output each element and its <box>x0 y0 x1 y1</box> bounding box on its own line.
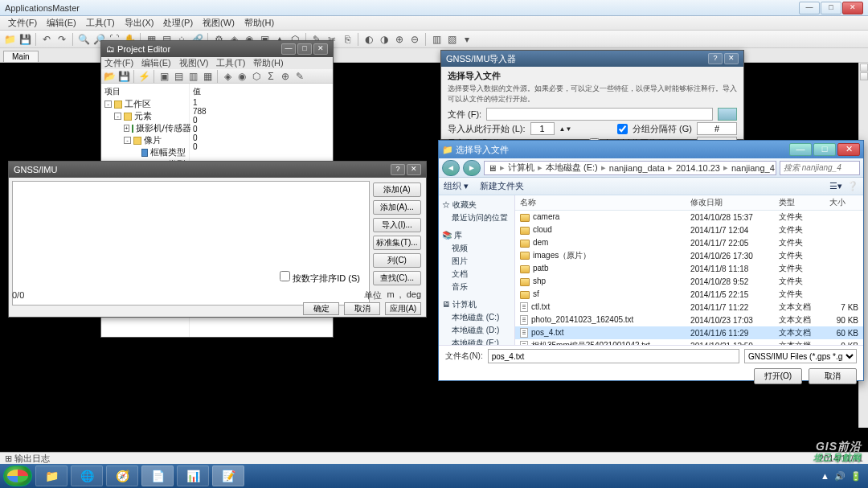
taskbar-item[interactable]: 📁 <box>35 465 68 486</box>
col-type[interactable]: 类型 <box>774 195 825 211</box>
menu-item[interactable]: 编辑(E) <box>141 57 171 69</box>
minimize-button[interactable]: — <box>281 43 296 55</box>
new-folder-button[interactable]: 新建文件夹 <box>480 180 524 192</box>
file-row[interactable]: pos_4.txt2014/11/6 11:29文本文档60 KB <box>515 326 863 339</box>
tool-icon[interactable]: ⎘ <box>341 33 354 46</box>
apply-button[interactable]: 应用(A) <box>385 302 421 315</box>
browse-button[interactable] <box>718 108 737 121</box>
group-sep-input[interactable] <box>697 122 737 135</box>
open-icon[interactable]: 📂 <box>103 70 116 83</box>
bolt-icon[interactable]: ⚡ <box>137 70 150 83</box>
nav-item[interactable]: 本地磁盘 (E:) <box>440 337 513 345</box>
file-row[interactable]: ctl.txt2014/11/7 11:22文本文档7 KB <box>515 301 863 314</box>
menu-item[interactable]: 导出(X) <box>120 17 159 29</box>
close-button[interactable]: ✕ <box>842 2 863 14</box>
close-button[interactable]: ✕ <box>407 164 421 175</box>
nav-item[interactable]: 文档 <box>440 268 513 281</box>
tool-icon[interactable]: ▦ <box>201 70 214 83</box>
menu-item[interactable]: 帮助(H) <box>253 57 283 69</box>
tray-icon[interactable]: 🔋 <box>850 471 862 482</box>
tool-icon[interactable]: ⊕ <box>393 33 406 46</box>
organize-button[interactable]: 组织 ▾ <box>444 180 469 192</box>
nav-item[interactable]: 本地磁盘 (D:) <box>440 324 513 337</box>
nav-item[interactable]: 图片 <box>440 255 513 268</box>
minimize-button[interactable]: — <box>799 2 820 14</box>
nav-item[interactable]: 音乐 <box>440 281 513 293</box>
tray-icon[interactable]: 🔊 <box>834 471 845 482</box>
menu-item[interactable]: 文件(F) <box>104 57 133 69</box>
start-line-input[interactable] <box>530 122 555 135</box>
maximize-button[interactable]: □ <box>821 2 841 14</box>
close-button[interactable]: ✕ <box>313 43 328 55</box>
tool-icon[interactable]: ◐ <box>362 33 375 46</box>
import-title-bar[interactable]: GNSS/IMU导入器 ? ✕ <box>441 51 743 67</box>
find-button[interactable]: 查找(C)... <box>373 271 421 285</box>
start-button[interactable] <box>3 465 32 486</box>
undo-icon[interactable]: ↶ <box>40 33 53 46</box>
cancel-button[interactable]: 取消 <box>344 302 380 315</box>
nav-item[interactable]: 本地磁盘 (C:) <box>440 311 513 324</box>
columns-button[interactable]: 列(C) <box>373 253 421 268</box>
tab-main[interactable]: Main <box>3 51 39 62</box>
nav-group[interactable]: ☆ 收藏夹 <box>440 199 513 211</box>
tree-item[interactable]: -像片 <box>104 134 186 146</box>
save-icon[interactable]: 💾 <box>18 33 31 46</box>
tray-icon[interactable]: ▲ <box>821 471 829 481</box>
system-tray[interactable]: ▲ 🔊 🔋 <box>821 471 865 482</box>
tree-item[interactable]: -工作区 <box>104 98 186 110</box>
forward-button[interactable]: ► <box>463 160 481 176</box>
tool-icon[interactable]: ▧ <box>445 33 458 46</box>
tree-item[interactable]: 框幅类型 <box>104 146 186 158</box>
help-icon[interactable]: ❔ <box>847 181 858 191</box>
filter-select[interactable]: GNSS/IMU Files (*.gps *.gps ▾ <box>744 349 857 363</box>
tool-icon[interactable]: ▣ <box>158 70 170 83</box>
menu-item[interactable]: 视图(V) <box>179 57 209 69</box>
col-size[interactable]: 大小 <box>825 195 863 211</box>
tool-icon[interactable]: ⊖ <box>408 33 421 46</box>
checkbox-input[interactable] <box>280 271 290 281</box>
tool-icon[interactable]: ◈ <box>221 70 234 83</box>
import-button[interactable]: 导入(I)... <box>373 218 421 232</box>
tool-icon[interactable]: ✎ <box>293 70 306 83</box>
menu-item[interactable]: 视图(W) <box>198 17 240 29</box>
file-row[interactable]: sf2014/11/5 22:15文件夹 <box>515 288 863 301</box>
zoom-in-icon[interactable]: 🔍 <box>77 33 90 46</box>
file-row[interactable]: cloud2014/11/7 12:04文件夹 <box>515 223 863 236</box>
nav-item[interactable]: 视频 <box>440 242 513 255</box>
taskbar-item[interactable]: 🌐 <box>71 465 103 486</box>
save-icon[interactable]: 💾 <box>117 70 130 83</box>
close-button[interactable]: ✕ <box>837 143 860 156</box>
nav-group[interactable]: 🖥 计算机 <box>440 298 513 311</box>
col-name[interactable]: 名称 <box>515 195 686 211</box>
file-row[interactable]: 相机35mm编号254021001042.txt2014/10/21 12:50… <box>515 339 863 345</box>
search-input[interactable] <box>780 161 860 175</box>
file-dialog-title-bar[interactable]: 📁 选择导入文件 — □ ✕ <box>439 141 863 158</box>
help-button[interactable]: ? <box>708 53 723 64</box>
expand-icon[interactable]: - <box>114 113 121 120</box>
minimize-button[interactable]: — <box>789 143 812 156</box>
maximize-button[interactable]: □ <box>297 43 312 55</box>
project-editor-title-bar[interactable]: 🗂 Project Editor — □ ✕ <box>101 41 333 57</box>
file-row[interactable]: dem2014/11/7 22:05文件夹 <box>515 236 863 249</box>
nav-group[interactable]: 📚 库 <box>440 229 513 242</box>
tool-icon[interactable]: ◑ <box>378 33 391 46</box>
open-button[interactable]: 打开(O) <box>754 368 802 384</box>
expand-icon[interactable]: - <box>124 137 131 144</box>
add-button[interactable]: 添加(A) <box>373 182 421 197</box>
file-row[interactable]: images（原片）2014/10/26 17:30文件夹 <box>515 249 863 262</box>
maximize-button[interactable]: □ <box>813 143 836 156</box>
file-row[interactable]: shp2014/10/28 9:52文件夹 <box>515 275 863 288</box>
tool-icon[interactable]: ⬡ <box>250 70 263 83</box>
expand-icon[interactable]: ⊞ <box>5 453 12 464</box>
dropdown-icon[interactable]: ▾ <box>461 33 473 46</box>
help-button[interactable]: ? <box>391 164 405 175</box>
menu-item[interactable]: 编辑(E) <box>42 17 81 29</box>
file-row[interactable]: photo_20141023_162405.txt2014/10/23 17:0… <box>515 314 863 326</box>
cancel-button[interactable]: 取消 <box>809 368 857 384</box>
filename-input[interactable] <box>488 349 739 363</box>
view-button[interactable]: ☰▾ <box>829 181 842 191</box>
group-sep-checkbox[interactable] <box>617 124 628 134</box>
tool-icon[interactable]: ◉ <box>235 70 248 83</box>
tool-icon[interactable]: ⊕ <box>279 70 292 83</box>
col-date[interactable]: 修改日期 <box>686 195 774 211</box>
